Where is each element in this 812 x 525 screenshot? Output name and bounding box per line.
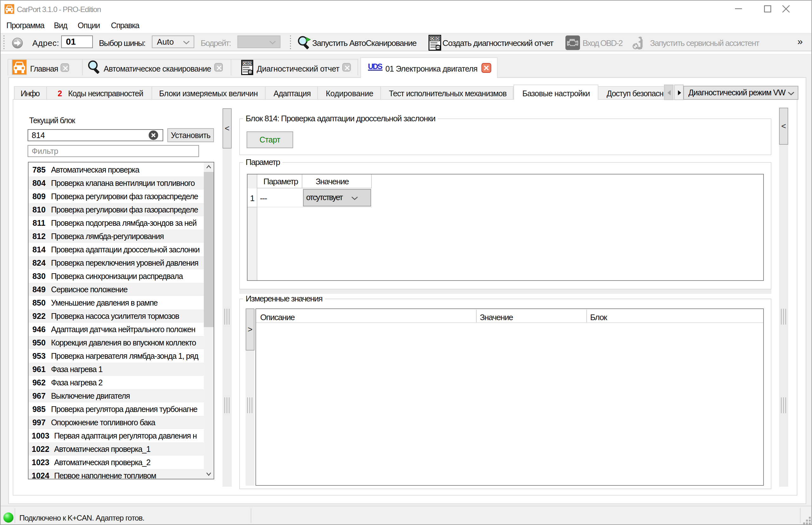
svg-text:OBD: OBD xyxy=(243,61,252,65)
